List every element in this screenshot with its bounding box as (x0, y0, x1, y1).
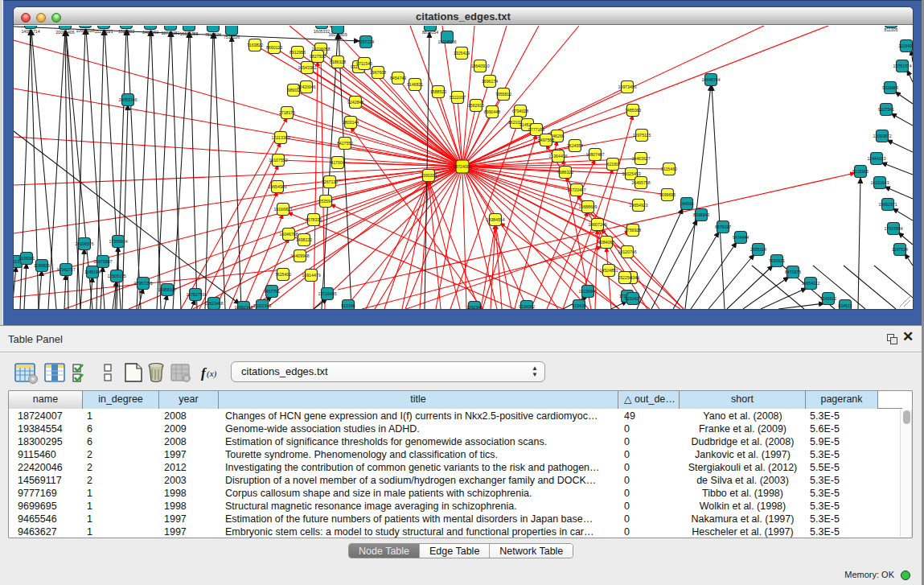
svg-text:19384554: 19384554 (486, 217, 504, 222)
svg-text:8454749: 8454749 (390, 76, 406, 80)
svg-text:10992345: 10992345 (234, 305, 253, 309)
svg-text:3267130: 3267130 (322, 179, 338, 184)
svg-text:811305: 811305 (885, 27, 898, 32)
svg-text:8660123: 8660123 (266, 45, 282, 50)
svg-text:16210643: 16210643 (870, 180, 889, 185)
svg-text:1562615: 1562615 (468, 103, 484, 108)
svg-text:8471676: 8471676 (785, 270, 801, 274)
svg-text:8938943: 8938943 (693, 212, 709, 217)
svg-text:913426: 913426 (572, 303, 585, 308)
svg-text:12505135: 12505135 (107, 274, 125, 278)
svg-text:16782759: 16782759 (186, 292, 204, 297)
svg-text:6466160: 6466160 (142, 30, 158, 35)
svg-text:17359934: 17359934 (109, 239, 127, 244)
svg-text:9242848: 9242848 (347, 100, 363, 105)
svg-text:7485063: 7485063 (625, 108, 641, 113)
svg-text:9134562: 9134562 (519, 304, 535, 309)
svg-text:26495758: 26495758 (631, 180, 650, 185)
svg-text:9711546: 9711546 (356, 61, 372, 66)
svg-text:1145194: 1145194 (84, 270, 101, 274)
svg-text:7515526: 7515526 (205, 32, 221, 37)
svg-text:417004: 417004 (331, 160, 344, 165)
svg-text:5322037: 5322037 (450, 95, 466, 100)
svg-text:62160: 62160 (607, 162, 619, 167)
svg-text:16543382: 16543382 (298, 65, 316, 70)
svg-text:1156829: 1156829 (34, 263, 50, 268)
svg-text:1527602: 1527602 (118, 29, 134, 34)
svg-text:9699695: 9699695 (659, 192, 676, 197)
svg-text:11012345: 11012345 (253, 303, 272, 308)
svg-text:12213389: 12213389 (271, 135, 290, 140)
svg-text:19218506: 19218506 (437, 39, 456, 44)
svg-text:18640910: 18640910 (470, 64, 489, 68)
svg-text:2967608: 2967608 (370, 70, 386, 75)
svg-text:7986322: 7986322 (557, 170, 573, 175)
svg-text:8990448: 8990448 (484, 109, 500, 114)
svg-text:7625402: 7625402 (275, 272, 291, 277)
svg-text:6679197: 6679197 (715, 225, 731, 229)
svg-text:17016504: 17016504 (884, 226, 902, 231)
svg-text:8578335: 8578335 (306, 217, 322, 222)
svg-text:18607249: 18607249 (588, 222, 606, 227)
svg-text:1498222: 1498222 (296, 237, 312, 242)
svg-text:10807487: 10807487 (585, 152, 604, 157)
svg-text:252254: 252254 (618, 275, 631, 280)
svg-text:9146821: 9146821 (407, 82, 423, 87)
svg-text:2935114: 2935114 (750, 247, 766, 252)
svg-text:19654983: 19654983 (268, 184, 286, 189)
svg-text:16033809: 16033809 (328, 32, 347, 37)
svg-text:9233426: 9233426 (625, 296, 641, 301)
svg-text:10653128: 10653128 (76, 28, 94, 33)
svg-text:9457791: 9457791 (264, 289, 280, 294)
svg-text:7632621: 7632621 (769, 258, 785, 263)
svg-text:10120746: 10120746 (618, 249, 636, 254)
svg-text:12093872: 12093872 (873, 134, 891, 138)
svg-text:22420046: 22420046 (297, 84, 315, 89)
svg-text:7357224: 7357224 (358, 39, 374, 44)
svg-text:15751074: 15751074 (893, 64, 911, 68)
svg-text:8813054: 8813054 (422, 30, 438, 35)
svg-text:10958107: 10958107 (158, 287, 176, 292)
svg-text:6794028: 6794028 (512, 109, 528, 113)
svg-text:10648784: 10648784 (701, 77, 720, 82)
svg-text:253594: 253594 (318, 199, 332, 204)
svg-text:1605332: 1605332 (314, 29, 330, 34)
svg-text:12444153: 12444153 (867, 156, 885, 161)
svg-text:19166827: 19166827 (273, 207, 292, 212)
svg-text:8215955: 8215955 (852, 169, 869, 174)
svg-text:2300203: 2300203 (421, 173, 437, 178)
svg-text:1325419: 1325419 (454, 51, 470, 56)
svg-text:15692971: 15692971 (878, 202, 897, 207)
svg-text:16671355: 16671355 (179, 31, 198, 36)
svg-text:1588520: 1588520 (430, 89, 446, 94)
svg-text:1292346: 1292346 (466, 305, 483, 309)
svg-text:7955812: 7955812 (495, 92, 511, 97)
svg-text:8912956: 8912956 (290, 50, 306, 55)
svg-text:15276021: 15276021 (94, 29, 113, 34)
svg-text:19654923: 19654923 (629, 203, 647, 208)
svg-text:12342757: 12342757 (56, 267, 75, 272)
svg-text:20053346: 20053346 (118, 97, 137, 102)
svg-text:10688609: 10688609 (578, 204, 597, 209)
svg-text:10025453: 10025453 (622, 171, 640, 176)
svg-text:10975887: 10975887 (93, 259, 112, 264)
svg-text:16046788: 16046788 (279, 232, 298, 237)
svg-text:19463627: 19463627 (631, 156, 650, 161)
svg-text:16409948: 16409948 (290, 253, 309, 258)
svg-text:20206576: 20206576 (75, 241, 93, 246)
svg-text:6497568: 6497568 (538, 138, 554, 142)
svg-text:3624554: 3624554 (567, 143, 583, 148)
svg-text:12975115: 12975115 (633, 133, 651, 138)
svg-text:1167534: 1167534 (892, 247, 908, 252)
svg-text:9115460: 9115460 (661, 167, 677, 171)
svg-text:913346: 913346 (341, 303, 355, 308)
svg-text:2803144: 2803144 (343, 120, 359, 125)
svg-text:(x): (x) (207, 369, 217, 379)
svg-text:9084067: 9084067 (598, 240, 614, 245)
svg-text:1696174: 1696174 (482, 79, 498, 84)
svg-text:9245612: 9245612 (820, 296, 836, 301)
svg-text:1335061: 1335061 (18, 256, 35, 261)
svg-text:10973493: 10973493 (618, 84, 636, 89)
svg-text:9777169: 9777169 (528, 127, 544, 132)
svg-text:10107552: 10107552 (269, 158, 287, 163)
